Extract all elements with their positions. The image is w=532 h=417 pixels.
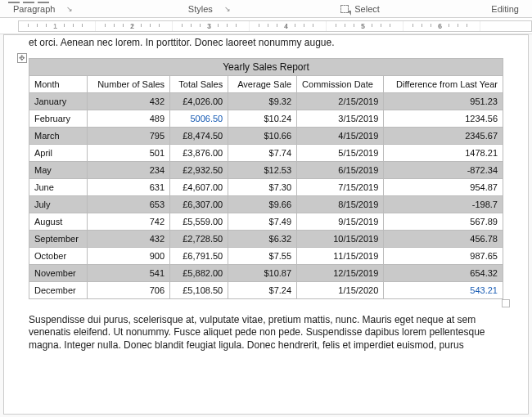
table-cell[interactable]: January (29, 92, 88, 110)
table-cell[interactable]: £3,876.00 (170, 144, 228, 161)
table-cell[interactable]: 5006.50 (170, 110, 228, 127)
table-row[interactable]: February4895006.50$10.243/15/20191234.56 (29, 110, 503, 127)
table-cell[interactable]: February (29, 110, 88, 127)
column-header[interactable]: Total Sales (170, 75, 228, 92)
table-cell[interactable]: 1478.21 (384, 144, 503, 161)
table-cell[interactable]: 795 (88, 127, 170, 144)
table-cell[interactable]: 567.89 (384, 213, 503, 230)
table-cell[interactable]: 501 (88, 144, 170, 161)
table-cell[interactable]: 951.23 (384, 92, 503, 110)
table-cell[interactable]: 954.87 (384, 178, 503, 195)
table-cell[interactable]: $9.66 (228, 195, 297, 213)
table-cell[interactable]: 2345.67 (384, 127, 503, 144)
table-cell[interactable]: 234 (88, 161, 170, 178)
table-cell[interactable]: August (29, 213, 88, 230)
table-cell[interactable]: 742 (88, 213, 170, 230)
table-cell[interactable]: April (29, 144, 88, 161)
table-row[interactable]: June631£4,607.00$7.307/15/2019954.87 (29, 178, 503, 195)
table-cell[interactable]: £5,108.50 (170, 281, 228, 298)
column-header[interactable]: Difference from Last Year (384, 75, 503, 92)
column-header[interactable]: Commission Date (297, 75, 384, 92)
table-cell[interactable]: 6/15/2019 (297, 161, 384, 178)
table-cell[interactable]: 8/15/2019 (297, 195, 384, 213)
table-cell[interactable]: September (29, 230, 88, 247)
table-cell[interactable]: £2,728.50 (170, 230, 228, 247)
table-cell[interactable]: 456.78 (384, 230, 503, 247)
table-cell[interactable]: $7.30 (228, 178, 297, 195)
table-cell[interactable]: 1234.56 (384, 110, 503, 127)
table-cell[interactable]: 1/15/2020 (297, 281, 384, 298)
table-cell[interactable]: 432 (88, 92, 170, 110)
table-cell[interactable]: 11/15/2019 (297, 247, 384, 264)
table-cell[interactable]: £4,607.00 (170, 178, 228, 195)
table-row[interactable]: August742£5,559.00$7.499/15/2019567.89 (29, 213, 503, 230)
paragraph-text-bottom[interactable]: Suspendisse dui purus, scelerisque at, v… (4, 306, 528, 357)
table-cell[interactable]: June (29, 178, 88, 195)
table-title[interactable]: Yearly Sales Report (29, 58, 503, 75)
table-cell[interactable]: July (29, 195, 88, 213)
table-move-handle-icon[interactable]: ✥ (17, 53, 27, 63)
table-cell[interactable]: £6,307.00 (170, 195, 228, 213)
table-cell[interactable]: $7.49 (228, 213, 297, 230)
table-cell[interactable]: $7.24 (228, 281, 297, 298)
table-cell[interactable]: 9/15/2019 (297, 213, 384, 230)
table-cell[interactable]: November (29, 264, 88, 281)
select-button-label[interactable]: Select (354, 4, 380, 14)
table-cell[interactable]: £6,791.50 (170, 247, 228, 264)
table-cell[interactable]: $6.32 (228, 230, 297, 247)
table-cell[interactable]: 541 (88, 264, 170, 281)
horizontal-ruler[interactable] (0, 18, 532, 34)
table-row[interactable]: April501£3,876.00$7.745/15/20191478.21 (29, 144, 503, 161)
column-header[interactable]: Average Sale (228, 75, 297, 92)
table-row[interactable]: July653£6,307.00$9.668/15/2019-198.7 (29, 195, 503, 213)
table-row[interactable]: December706£5,108.50$7.241/15/2020543.21 (29, 281, 503, 298)
table-cell[interactable]: 654.32 (384, 264, 503, 281)
table-cell[interactable]: 543.21 (384, 281, 503, 298)
document-page[interactable]: et orci. Aenean nec lorem. In porttitor.… (3, 34, 529, 415)
table-cell[interactable]: 653 (88, 195, 170, 213)
table-cell[interactable]: March (29, 127, 88, 144)
styles-dialog-launcher-icon[interactable]: ↘ (221, 5, 234, 13)
table-cell[interactable]: £5,559.00 (170, 213, 228, 230)
sales-table[interactable]: Yearly Sales Report MonthNumber of Sales… (29, 58, 503, 299)
table-cell[interactable]: $12.53 (228, 161, 297, 178)
table-cell[interactable]: 10/15/2019 (297, 230, 384, 247)
table-cell[interactable]: October (29, 247, 88, 264)
table-row[interactable]: September432£2,728.50$6.3210/15/2019456.… (29, 230, 503, 247)
paragraph-dialog-launcher-icon[interactable]: ↘ (63, 5, 76, 13)
table-cell[interactable]: $7.74 (228, 144, 297, 161)
table-cell[interactable]: £8,474.50 (170, 127, 228, 144)
table-cell[interactable]: -198.7 (384, 195, 503, 213)
table-row[interactable]: March795£8,474.50$10.664/15/20192345.67 (29, 127, 503, 144)
table-cell[interactable]: 706 (88, 281, 170, 298)
table-cell[interactable]: 4/15/2019 (297, 127, 384, 144)
table-cell[interactable]: £4,026.00 (170, 92, 228, 110)
table-cell[interactable]: $10.87 (228, 264, 297, 281)
table-cell[interactable]: $10.24 (228, 110, 297, 127)
table-cell[interactable]: £2,932.50 (170, 161, 228, 178)
table-cell[interactable]: May (29, 161, 88, 178)
table-cell[interactable]: 987.65 (384, 247, 503, 264)
table-resize-handle-icon[interactable] (502, 299, 510, 307)
column-header[interactable]: Month (29, 75, 88, 92)
paragraph-text-top[interactable]: et orci. Aenean nec lorem. In porttitor.… (4, 35, 528, 55)
table-cell[interactable]: -872.34 (384, 161, 503, 178)
table-cell[interactable]: 631 (88, 178, 170, 195)
table-cell[interactable]: 12/15/2019 (297, 264, 384, 281)
table-row[interactable]: November541£5,882.00$10.8712/15/2019654.… (29, 264, 503, 281)
column-header[interactable]: Number of Sales (88, 75, 170, 92)
table-row[interactable]: October900£6,791.50$7.5511/15/2019987.65 (29, 247, 503, 264)
table-cell[interactable]: 2/15/2019 (297, 92, 384, 110)
table-cell[interactable]: 432 (88, 230, 170, 247)
table-cell[interactable]: 900 (88, 247, 170, 264)
table-cell[interactable]: £5,882.00 (170, 264, 228, 281)
table-cell[interactable]: 7/15/2019 (297, 178, 384, 195)
table-row[interactable]: January432£4,026.00$9.322/15/2019951.23 (29, 92, 503, 110)
table-cell[interactable]: 5/15/2019 (297, 144, 384, 161)
table-row[interactable]: May234£2,932.50$12.536/15/2019-872.34 (29, 161, 503, 178)
table-cell[interactable]: 3/15/2019 (297, 110, 384, 127)
table-cell[interactable]: December (29, 281, 88, 298)
table-cell[interactable]: $10.66 (228, 127, 297, 144)
table-cell[interactable]: $9.32 (228, 92, 297, 110)
table-cell[interactable]: 489 (88, 110, 170, 127)
